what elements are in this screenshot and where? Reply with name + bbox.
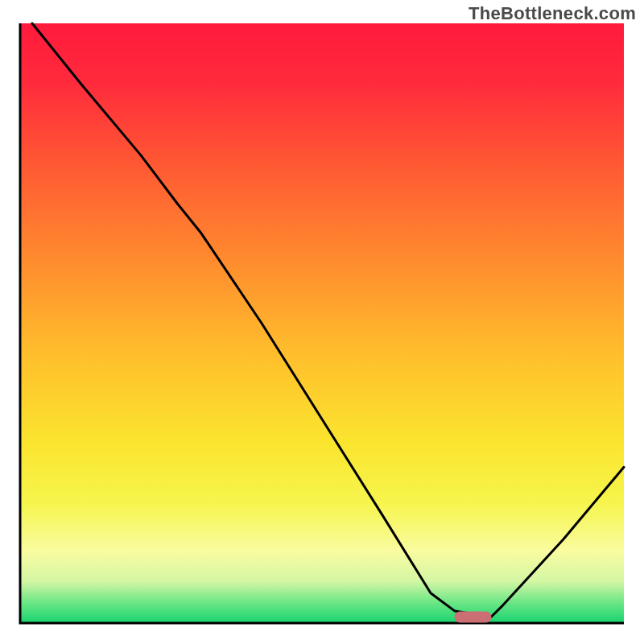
watermark-text: TheBottleneck.com xyxy=(469,3,636,24)
chart-canvas: TheBottleneck.com xyxy=(0,0,644,644)
gradient-background xyxy=(20,23,624,623)
chart-svg xyxy=(0,0,644,644)
optimal-marker xyxy=(455,612,492,623)
